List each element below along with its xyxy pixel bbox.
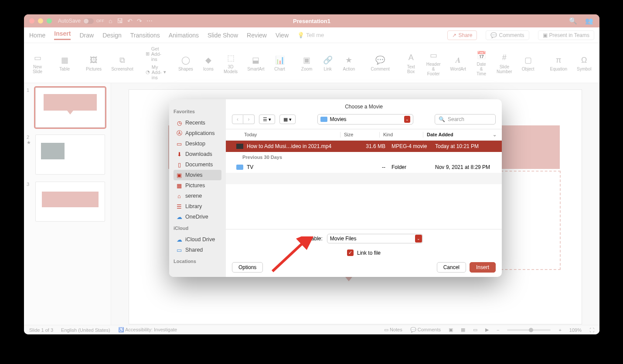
sidebar-item-downloads[interactable]: ⬇Downloads [174, 149, 221, 159]
file-row[interactable]: How to Add Musi…ideo in 2021.mp4 31.6 MB… [226, 141, 502, 152]
file-size: 31.6 MB [352, 143, 392, 149]
back-button[interactable]: ‹ [232, 115, 243, 124]
folder-size: -- [352, 164, 392, 170]
search-icon: 🔍 [439, 116, 445, 122]
checkbox-checked-icon[interactable]: ✓ [347, 249, 354, 256]
view-group-button[interactable]: ▦ ▾ [279, 115, 296, 124]
dialog-sidebar: Favorites ◷Recents ⒶApplications ▭Deskto… [169, 99, 226, 277]
folder-name: TV [247, 164, 352, 170]
file-name: How to Add Musi…ideo in 2021.mp4 [247, 143, 352, 149]
sidebar-item-desktop[interactable]: ▭Desktop [174, 138, 221, 149]
sidebar-item-library[interactable]: ☰Library [174, 201, 221, 212]
sidebar-item-applications[interactable]: ⒶApplications [174, 128, 221, 138]
sidebar-item-pictures[interactable]: ▦Pictures [174, 180, 221, 191]
file-kind: MPEG-4 movie [392, 143, 435, 149]
col-date[interactable]: Date Added ⌄ [423, 132, 497, 138]
sidebar-item-documents[interactable]: ▯Documents [174, 159, 221, 170]
search-placeholder: Search [448, 116, 464, 122]
shared-icon: ▭ [176, 247, 182, 253]
group-header: Previous 30 Days [226, 152, 502, 162]
desktop-icon: ▭ [176, 141, 182, 147]
empty-row [226, 173, 502, 184]
library-icon: ☰ [176, 203, 182, 209]
folder-row[interactable]: TV -- Folder Nov 9, 2021 at 8:29 PM [226, 162, 502, 173]
download-icon: ⬇ [176, 151, 182, 157]
file-dialog: Favorites ◷Recents ⒶApplications ▭Deskto… [169, 99, 502, 277]
chevron-updown-icon: ⌄ [415, 235, 422, 243]
pic-icon: ▦ [176, 182, 182, 189]
clock-icon: ◷ [176, 120, 182, 126]
cancel-button[interactable]: Cancel [437, 262, 466, 273]
col-kind[interactable]: Kind [379, 132, 423, 138]
col-size[interactable]: Size [340, 132, 379, 138]
doc-icon: ▯ [176, 162, 182, 168]
options-button[interactable]: Options [232, 262, 263, 273]
col-name[interactable]: Today [231, 132, 340, 138]
nav-buttons: ‹ › [232, 115, 255, 124]
dialog-toolbar: ‹ › ☰ ▾ ▦ ▾ Movies ⌄ 🔍 Search [226, 112, 502, 129]
sidebar-item-movies[interactable]: ▣Movies [174, 170, 221, 180]
enable-label: Enable: [305, 236, 323, 242]
favorites-header: Favorites [174, 109, 221, 114]
onedrive-icon: ☁ [176, 214, 182, 220]
movie-icon: ▣ [176, 172, 182, 178]
home-icon: ⌂ [176, 193, 182, 199]
dialog-buttons: Options Cancel Insert [232, 262, 496, 273]
sidebar-item-onedrive[interactable]: ☁OneDrive [174, 212, 221, 222]
sidebar-item-shared[interactable]: ▭Shared [174, 245, 221, 255]
icloud-icon: ☁ [176, 236, 182, 243]
search-field[interactable]: 🔍 Search [435, 114, 496, 125]
folder-kind: Folder [392, 164, 435, 170]
folder-icon [320, 117, 327, 122]
link-to-file-label: Link to file [357, 250, 381, 256]
column-headers[interactable]: Today Size Kind Date Added ⌄ [226, 129, 502, 141]
dialog-bottom: Enable: Movie Files ⌄ ✓ Link to file Opt… [226, 229, 502, 277]
location-label: Movies [330, 116, 347, 122]
icloud-header: iCloud [174, 226, 221, 231]
dialog-main: Choose a Movie ‹ › ☰ ▾ ▦ ▾ Movies ⌄ [226, 99, 502, 277]
dialog-title: Choose a Movie [226, 99, 502, 112]
forward-button[interactable]: › [243, 115, 255, 124]
sidebar-item-home[interactable]: ⌂serene [174, 191, 221, 201]
enable-select[interactable]: Movie Files ⌄ [327, 234, 423, 243]
folder-date: Nov 9, 2021 at 8:29 PM [435, 164, 497, 170]
location-selector[interactable]: Movies ⌄ [317, 114, 413, 125]
video-thumb-icon [236, 144, 243, 149]
enable-row: Enable: Movie Files ⌄ [232, 234, 496, 243]
insert-button[interactable]: Insert [470, 262, 496, 273]
file-list: How to Add Musi…ideo in 2021.mp4 31.6 MB… [226, 141, 502, 229]
view-list-button[interactable]: ☰ ▾ [259, 115, 275, 124]
link-to-file-row[interactable]: ✓ Link to file [232, 249, 496, 256]
app-window: AutoSave OFF ⌂ 🖫 ↶ ↷ ⋯ Presentation1 🔍 👥… [24, 14, 599, 334]
chevron-updown-icon: ⌄ [404, 116, 410, 123]
folder-icon [236, 165, 243, 170]
sidebar-item-icloud-drive[interactable]: ☁iCloud Drive [174, 234, 221, 245]
locations-header: Locations [174, 259, 221, 264]
sidebar-item-recents[interactable]: ◷Recents [174, 118, 221, 128]
file-date: Today at 10:21 PM [435, 143, 497, 149]
app-icon: Ⓐ [176, 130, 182, 136]
